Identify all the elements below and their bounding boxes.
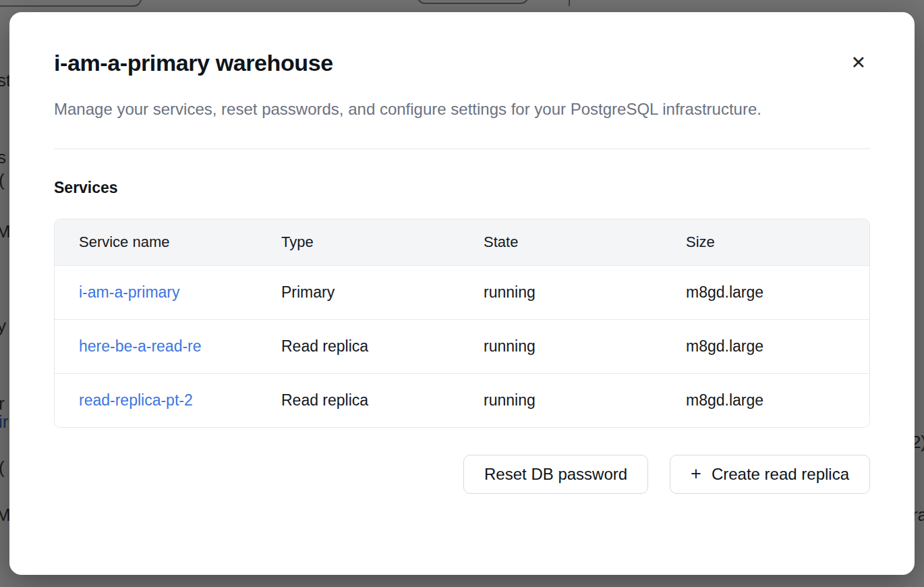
service-size: m8gd.large: [662, 320, 869, 373]
column-header-type: Type: [257, 219, 459, 265]
plus-icon: +: [691, 465, 701, 483]
service-type: Primary: [257, 266, 459, 319]
services-heading: Services: [54, 179, 870, 197]
warehouse-services-modal: i-am-a-primary warehouse ✕ Manage your s…: [9, 12, 915, 575]
services-table: Service name Type State Size i-am-a-prim…: [54, 219, 870, 428]
close-icon: ✕: [850, 53, 866, 73]
reset-db-password-button[interactable]: Reset DB password: [463, 455, 648, 494]
modal-actions: Reset DB password + Create read replica: [54, 455, 870, 494]
service-state: running: [459, 374, 662, 427]
service-name-link[interactable]: read-replica-pt-2: [79, 391, 193, 409]
modal-title: i-am-a-primary warehouse: [54, 50, 333, 76]
reset-db-password-label: Reset DB password: [484, 465, 627, 484]
modal-description: Manage your services, reset passwords, a…: [54, 95, 823, 124]
divider: [54, 148, 870, 149]
service-size: m8gd.large: [662, 374, 869, 427]
close-button[interactable]: ✕: [846, 51, 870, 75]
service-size: m8gd.large: [662, 266, 869, 319]
table-row: read-replica-pt-2 Read replica running m…: [55, 373, 869, 427]
table-row: here-be-a-read-re Read replica running m…: [55, 319, 869, 373]
service-name-link[interactable]: i-am-a-primary: [79, 283, 180, 301]
column-header-size: Size: [662, 219, 869, 265]
column-header-state: State: [459, 219, 662, 265]
service-type: Read replica: [257, 320, 459, 373]
service-type: Read replica: [257, 374, 459, 427]
create-read-replica-button[interactable]: + Create read replica: [670, 455, 870, 494]
service-name-link[interactable]: here-be-a-read-re: [79, 337, 202, 355]
modal-header: i-am-a-primary warehouse ✕: [54, 50, 870, 76]
column-header-service-name: Service name: [55, 219, 257, 265]
table-row: i-am-a-primary Primary running m8gd.larg…: [55, 265, 869, 319]
service-state: running: [459, 266, 662, 319]
table-header-row: Service name Type State Size: [55, 219, 869, 265]
create-read-replica-label: Create read replica: [712, 465, 849, 484]
service-state: running: [459, 320, 662, 373]
